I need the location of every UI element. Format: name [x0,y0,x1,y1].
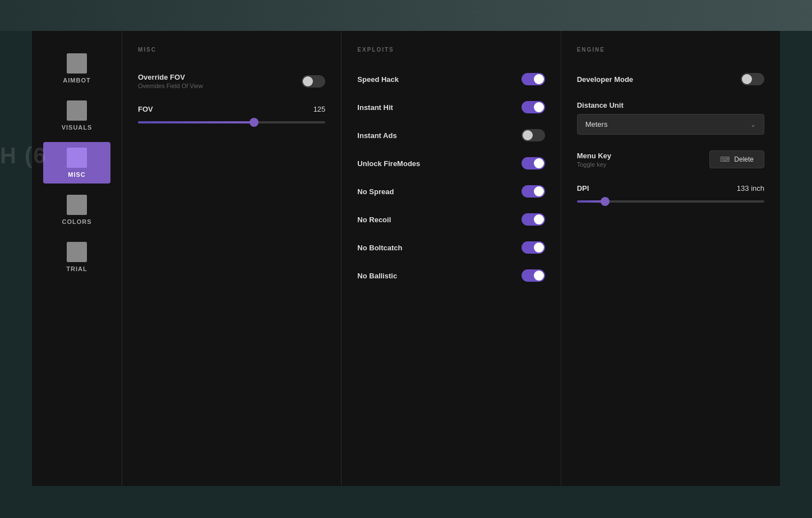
dpi-slider-header: DPI 133 inch [577,184,764,192]
engine-panel-title: ENGINE [577,47,764,53]
no-ballistic-row: No Ballistic [357,262,545,290]
instant-hit-label: Instant Hit [357,103,393,112]
distance-unit-label: Distance Unit [577,101,764,109]
dpi-slider-value: 133 inch [737,184,764,192]
dpi-slider-row: DPI 133 inch [577,176,764,210]
fov-slider-row: FOV 125 [138,97,325,131]
no-boltcatch-label: No Boltcatch [357,244,402,252]
instant-hit-row: Instant Hit [357,93,545,121]
override-fov-row: Override FOV Overrides Field Of View [138,65,325,97]
instant-ads-toggle[interactable] [522,129,545,141]
no-recoil-row: No Recoil [357,205,545,233]
menu-key-sublabel: Toggle key [577,161,611,168]
unlock-firemodes-row: Unlock FireModes [357,149,545,177]
override-fov-toggle-knob [303,76,313,86]
sidebar-item-colors[interactable]: COLORS [43,189,110,231]
no-boltcatch-knob [534,242,544,253]
aimbot-icon [67,53,87,74]
instant-hit-knob [534,102,544,112]
override-fov-label-group: Override FOV Overrides Field Of View [138,73,203,89]
developer-mode-toggle[interactable] [741,73,764,85]
sidebar-label-trial: TRIAL [66,265,87,272]
unlock-firemodes-knob [534,158,544,168]
no-spread-row: No Spread [357,177,545,205]
sidebar-item-aimbot[interactable]: AIMBOT [43,48,110,89]
sidebar-label-aimbot: AIMBOT [63,77,90,84]
fov-slider-thumb[interactable] [250,118,259,127]
fov-slider-track[interactable] [138,121,325,123]
engine-panel: ENGINE Developer Mode Distance Unit Mete… [561,31,780,486]
menu-key-row: Menu Key Toggle key ⌨ Delete [577,143,764,176]
speed-hack-knob [534,74,544,84]
background-overlay [0,0,812,31]
no-recoil-knob [534,214,544,224]
menu-key-button[interactable]: ⌨ Delete [709,150,764,168]
colors-icon [67,195,87,215]
speed-hack-toggle[interactable] [522,73,545,85]
developer-mode-knob [742,74,752,84]
instant-ads-row: Instant Ads [357,121,545,149]
unlock-firemodes-toggle[interactable] [522,157,545,169]
no-recoil-label: No Recoil [357,216,391,224]
exploits-panel: EXPLOITS Speed Hack Instant Hit Instant … [341,31,560,486]
dpi-slider-track[interactable] [577,200,764,203]
menu-key-label-group: Menu Key Toggle key [577,152,611,168]
no-ballistic-knob [534,271,544,281]
no-ballistic-toggle[interactable] [522,269,545,282]
exploits-panel-title: EXPLOITS [357,47,545,53]
developer-mode-label: Developer Mode [577,75,633,84]
override-fov-label: Override FOV [138,73,203,81]
main-container: AIMBOT VISUALS MISC COLORS TRIAL MISC [32,31,780,486]
fov-slider-header: FOV 125 [138,105,325,113]
dpi-slider-label: DPI [577,184,589,192]
visuals-icon [67,100,87,121]
no-spread-knob [534,186,544,196]
no-spread-toggle[interactable] [522,185,545,198]
sidebar-item-trial[interactable]: TRIAL [43,236,110,278]
override-fov-sublabel: Overrides Field Of View [138,82,203,89]
sidebar-label-visuals: VISUALS [62,124,93,131]
no-boltcatch-toggle[interactable] [522,241,545,254]
fov-slider-fill [138,121,254,123]
dpi-slider-thumb[interactable] [601,197,610,206]
misc-panel-title: MISC [138,47,325,53]
no-boltcatch-row: No Boltcatch [357,233,545,262]
no-ballistic-label: No Ballistic [357,272,397,280]
distance-unit-section: Distance Unit Meters ⌄ [577,93,764,143]
menu-key-label: Menu Key [577,152,611,160]
fov-slider-label: FOV [138,105,153,113]
developer-mode-row: Developer Mode [577,65,764,93]
dropdown-arrow-icon: ⌄ [750,121,756,129]
keyboard-icon: ⌨ [720,155,730,163]
panels-area: MISC Override FOV Overrides Field Of Vie… [122,31,780,486]
sidebar-label-misc: MISC [68,171,86,178]
no-spread-label: No Spread [357,187,394,196]
distance-unit-value: Meters [585,120,608,129]
speed-hack-row: Speed Hack [357,65,545,93]
distance-unit-dropdown[interactable]: Meters ⌄ [577,114,764,135]
no-recoil-toggle[interactable] [522,213,545,226]
speed-hack-label: Speed Hack [357,75,399,84]
fov-slider-value: 125 [313,105,326,113]
menu-key-value: Delete [734,155,754,163]
instant-hit-toggle[interactable] [522,101,545,113]
sidebar-item-misc[interactable]: MISC [43,142,110,184]
misc-panel: MISC Override FOV Overrides Field Of Vie… [122,31,341,486]
unlock-firemodes-label: Unlock FireModes [357,159,420,168]
trial-icon [67,242,87,262]
sidebar-item-visuals[interactable]: VISUALS [43,95,110,136]
instant-ads-knob [523,130,533,140]
override-fov-toggle[interactable] [302,75,325,88]
misc-icon [67,148,87,168]
sidebar: AIMBOT VISUALS MISC COLORS TRIAL [32,31,122,486]
sidebar-label-colors: COLORS [62,218,91,225]
instant-ads-label: Instant Ads [357,131,396,140]
